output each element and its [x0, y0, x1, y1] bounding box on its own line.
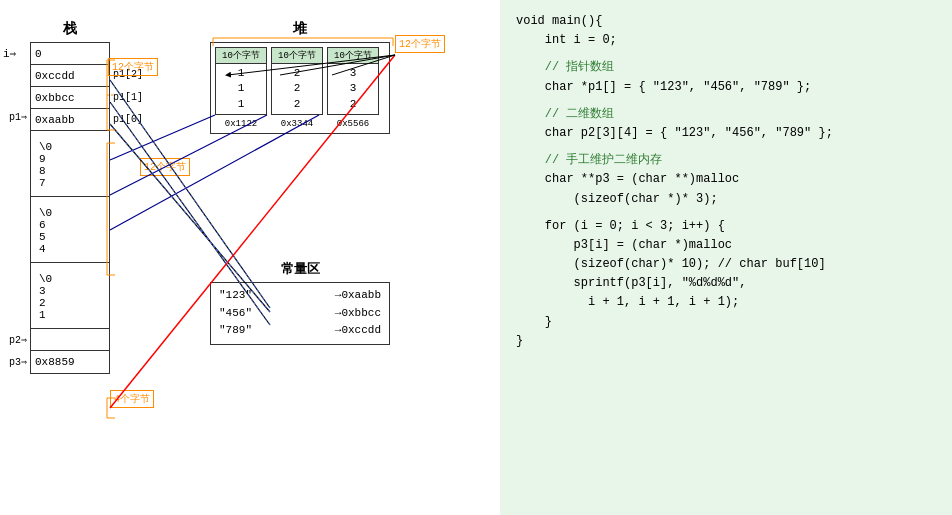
code-line-11: p3[i] = (char *)malloc: [516, 236, 936, 255]
code-line-12: (sizeof(char)* 10); // char buf[10]: [516, 255, 936, 274]
const-val-2: "456": [219, 305, 252, 323]
stack-title: 栈: [30, 20, 110, 38]
code-line-15: }: [516, 313, 936, 332]
stack-cell-i: i⇒ 0: [31, 43, 109, 65]
i-value: 0: [35, 48, 42, 60]
code-line-16: }: [516, 332, 936, 351]
code-blank-4: [516, 209, 936, 217]
annotation-p3-4: 4个字节: [110, 390, 154, 408]
stack-cell-arr2: \0 6 5 4: [31, 197, 109, 263]
heap-col1-values: 1 1 1: [216, 64, 266, 114]
stack-section: 栈 i⇒ 0 0xccdd p1[2] 0xbbcc p1[1]: [30, 20, 110, 374]
stack-cell-ccdd: 0xccdd p1[2]: [31, 65, 109, 87]
annotation-stack-12b: 12个字节: [140, 158, 190, 176]
stack-cell-arr3: \0 3 2 1: [31, 263, 109, 329]
p3-label: p3⇒: [9, 356, 27, 368]
const-val-1: "123": [219, 287, 252, 305]
heap-outer-box: 10个字节 1 1 1 10个字节 2 2 2: [210, 42, 390, 134]
stack-cell-bbcc: 0xbbcc p1[1]: [31, 87, 109, 109]
code-blank-2: [516, 97, 936, 105]
stack-cell-arr1: \0 9 8 7: [31, 131, 109, 197]
code-line-9: (sizeof(char *)* 3);: [516, 190, 936, 209]
main-container: 栈 i⇒ 0 0xccdd p1[2] 0xbbcc p1[1]: [0, 0, 952, 515]
stack-box: i⇒ 0 0xccdd p1[2] 0xbbcc p1[1] 0xaabb p1…: [30, 42, 110, 374]
code-line-2: int i = 0;: [516, 31, 936, 50]
code-line-8: char **p3 = (char **)malloc: [516, 170, 936, 189]
aabb-value: 0xaabb: [35, 114, 75, 126]
const-val-3: "789": [219, 322, 252, 340]
code-line-1: void main(){: [516, 12, 936, 31]
code-line-6: char p2[3][4] = { "123", "456", "789" };: [516, 124, 936, 143]
const-section: 常量区 "123" →0xaabb "456" →0xbbcc "789" →0…: [210, 260, 390, 345]
p1-1-label: p1[1]: [113, 92, 143, 103]
p1-arrow-label: p1⇒: [9, 111, 27, 123]
stack-cell-p3: p3⇒ 0x8859: [31, 351, 109, 373]
p2-label: p2⇒: [9, 334, 27, 346]
i-label: i⇒: [3, 47, 16, 60]
code-line-7: // 手工维护二维内存: [516, 151, 936, 170]
heap-col3-values: 3 3 2: [328, 64, 378, 114]
code-line-4: char *p1[] = { "123", "456", "789" };: [516, 78, 936, 97]
heap-col2-values: 2 2 2: [272, 64, 322, 114]
code-line-10: for (i = 0; i < 3; i++) {: [516, 217, 936, 236]
stack-cell-p2: p2⇒: [31, 329, 109, 351]
heap-col-2: 10个字节 2 2 2: [271, 47, 323, 115]
annotation-stack-12: 12个字节: [108, 58, 158, 76]
const-row-1: "123" →0xaabb: [219, 287, 381, 305]
heap-cells-row: 10个字节 1 1 1 10个字节 2 2 2: [215, 47, 385, 115]
heap-addr-3: 0x5566: [327, 119, 379, 129]
heap-col-3: 10个字节 3 3 2: [327, 47, 379, 115]
const-addr-2: →0xbbcc: [335, 305, 381, 323]
stack-cell-aabb: 0xaabb p1[0] p1⇒: [31, 109, 109, 131]
heap-addr-row: 0x1122 0x3344 0x5566: [215, 119, 385, 129]
annotation-heap-12: 12个字节: [395, 35, 445, 53]
p3-value: 0x8859: [35, 356, 75, 368]
code-line-3: // 指针数组: [516, 58, 936, 77]
heap-section: 堆 10个字节 1 1 1 10个字节: [210, 20, 390, 134]
heap-addr-1: 0x1122: [215, 119, 267, 129]
code-line-5: // 二维数组: [516, 105, 936, 124]
p1-0-label: p1[0]: [113, 114, 143, 125]
heap-col2-header: 10个字节: [272, 48, 322, 64]
heap-col-1: 10个字节 1 1 1: [215, 47, 267, 115]
code-line-13: sprintf(p3[i], "%d%d%d",: [516, 274, 936, 293]
const-row-2: "456" →0xbbcc: [219, 305, 381, 323]
heap-addr-2: 0x3344: [271, 119, 323, 129]
ccdd-value: 0xccdd: [35, 70, 75, 82]
code-blank-3: [516, 143, 936, 151]
bbcc-value: 0xbbcc: [35, 92, 75, 104]
const-addr-3: →0xccdd: [335, 322, 381, 340]
diagram-area: 栈 i⇒ 0 0xccdd p1[2] 0xbbcc p1[1]: [0, 0, 500, 515]
code-line-14: i + 1, i + 1, i + 1);: [516, 293, 936, 312]
const-box: "123" →0xaabb "456" →0xbbcc "789" →0xccd…: [210, 282, 390, 345]
code-section: void main(){ int i = 0; // 指针数组 char *p1…: [500, 0, 952, 515]
const-addr-1: →0xaabb: [335, 287, 381, 305]
const-row-3: "789" →0xccdd: [219, 322, 381, 340]
heap-col1-header: 10个字节: [216, 48, 266, 64]
code-blank-1: [516, 50, 936, 58]
heap-title: 堆: [210, 20, 390, 38]
const-title: 常量区: [210, 260, 390, 278]
heap-col3-header: 10个字节: [328, 48, 378, 64]
